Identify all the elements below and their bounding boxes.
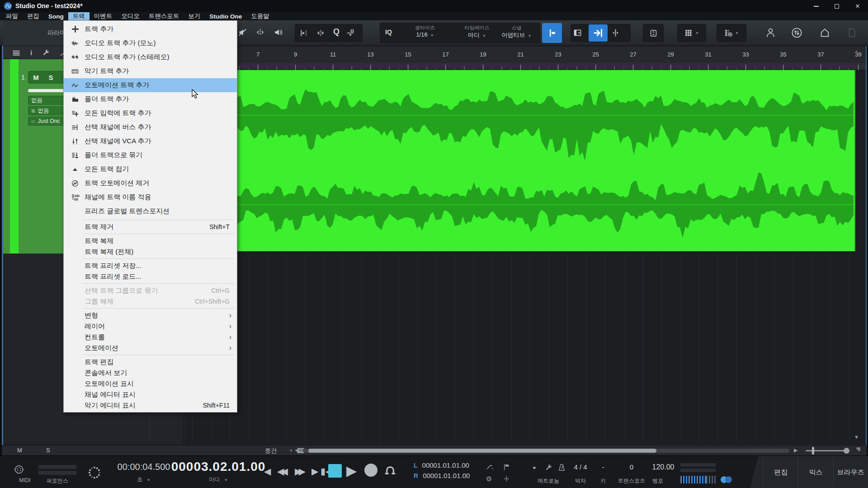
secondary-time-unit[interactable]: 초 ▼ xyxy=(137,476,150,483)
main-time-display[interactable]: 00003.02.01.00 xyxy=(171,460,266,474)
quantize-start-icon[interactable] xyxy=(300,29,308,37)
split-cursor-icon[interactable] xyxy=(611,28,620,37)
horizontal-scrollbar[interactable] xyxy=(303,449,789,453)
add-track-grid-dropdown[interactable]: ▼ xyxy=(717,24,746,42)
grid-view-dropdown[interactable]: ▼ xyxy=(677,24,706,42)
menubar-item-0[interactable]: 파일 xyxy=(1,12,23,20)
menu-item-32[interactable]: 콘솔에서 보기 xyxy=(64,367,237,378)
menu-item-20[interactable]: 트랙 프리셋 저장... xyxy=(64,260,237,271)
menu-item-26[interactable]: 변형› xyxy=(64,310,237,321)
menu-item-18[interactable]: 트랙 복제 (전체) xyxy=(64,246,237,257)
metronome-settings-icon[interactable] xyxy=(545,464,552,471)
time-signature-value[interactable]: 4 / 4 xyxy=(574,463,587,471)
autoscroll-button[interactable] xyxy=(643,24,664,42)
stop-button[interactable] xyxy=(328,464,342,478)
menu-item-8[interactable]: 선택 채널에 VCA 추가 xyxy=(64,134,237,148)
scroll-right-arrow[interactable]: ▶ xyxy=(794,447,797,453)
resize-grip-icon[interactable] xyxy=(854,446,861,453)
sync-icon[interactable] xyxy=(791,27,802,38)
quantize-q-button[interactable]: Q xyxy=(333,27,340,37)
info-icon[interactable]: i xyxy=(30,49,32,56)
timeline-ruler[interactable]: 79111315171921232527293133353739 xyxy=(183,47,866,63)
secondary-time-display[interactable]: 00:00:04.500 xyxy=(118,462,170,472)
menu-item-28[interactable]: 컨트롤› xyxy=(64,332,237,343)
close-button[interactable]: ✕ xyxy=(847,0,868,12)
key-value[interactable]: - xyxy=(602,463,604,471)
tab-edit[interactable]: 편집 xyxy=(763,456,798,488)
follow-arrow-button[interactable] xyxy=(589,24,608,42)
record-button[interactable] xyxy=(364,464,377,477)
snap-toggle-button[interactable] xyxy=(542,23,562,43)
scroll-up-arrow[interactable]: ▲ xyxy=(854,48,859,54)
menu-item-27[interactable]: 레이어› xyxy=(64,321,237,332)
menu-item-3[interactable]: 악기 트랙 추가 xyxy=(64,64,237,78)
menubar-item-1[interactable]: 편집 xyxy=(23,12,44,20)
menu-item-7[interactable]: 선택 채널에 버스 추가 xyxy=(64,120,237,134)
menubar-item-4[interactable]: 이벤트 xyxy=(90,12,117,20)
track-list-menu-icon[interactable] xyxy=(12,49,20,57)
zoom-slider-knob[interactable] xyxy=(844,448,849,454)
tab-browse[interactable]: 브라우즈 xyxy=(833,456,868,488)
marker-range-icon[interactable] xyxy=(503,475,510,483)
mute-button[interactable]: M xyxy=(28,74,43,81)
automation-mode-icon[interactable] xyxy=(486,463,494,471)
panel-collapse-icon[interactable] xyxy=(573,28,582,37)
tab-mix[interactable]: 믹스 xyxy=(798,456,833,488)
menu-item-9[interactable]: 폴더 트랙으로 묶기 xyxy=(64,148,237,162)
marker-start-icon[interactable] xyxy=(503,463,510,471)
menu-item-17[interactable]: 트랙 복제 xyxy=(64,235,237,246)
wrench-icon[interactable] xyxy=(42,49,50,56)
solo-button[interactable]: S xyxy=(43,74,58,81)
audio-clip[interactable] xyxy=(184,70,855,251)
menubar-item-7[interactable]: 보기 xyxy=(184,12,205,20)
menu-item-31[interactable]: 트랙 편집 xyxy=(64,357,237,367)
step-forward-button[interactable]: ▶ xyxy=(311,466,318,477)
zoom-slider-handle[interactable] xyxy=(812,447,814,455)
master-solo-button[interactable]: S xyxy=(46,447,50,454)
audition-split-icon[interactable] xyxy=(256,28,264,37)
menu-item-5[interactable]: 폴더 트랙 추가 xyxy=(64,92,237,106)
menubar-item-6[interactable]: 트랜스포트 xyxy=(144,12,184,20)
menu-item-12[interactable]: ABC채널에 트랙 이름 적용 xyxy=(64,190,237,204)
metronome-icon[interactable] xyxy=(557,463,566,472)
track-height-dropdown[interactable]: 중간 xyxy=(265,447,277,455)
menu-item-15[interactable]: 트랙 제거Shift+T xyxy=(64,221,237,232)
link-circle-icon[interactable] xyxy=(725,476,732,483)
scroll-left-arrow[interactable]: ◀ xyxy=(295,447,298,453)
menubar-item-5[interactable]: 오디오 xyxy=(117,12,144,20)
settings-gear-icon[interactable]: ⚙ xyxy=(486,475,492,483)
user-profile-icon[interactable] xyxy=(765,27,776,38)
loop-end-value[interactable]: 00001.01.01.00 xyxy=(423,472,470,479)
menubar-item-studio-one[interactable]: Studio One xyxy=(205,12,246,20)
tempo-value[interactable]: 120.00 xyxy=(652,463,675,471)
menu-item-11[interactable]: 트랙 오토메이션 제거 xyxy=(64,176,237,190)
transpose-value[interactable]: 0 xyxy=(630,463,633,471)
master-mute-button[interactable]: M xyxy=(17,447,22,454)
menu-item-1[interactable]: 오디오 트랙 추가 (모노) xyxy=(64,36,237,50)
play-button[interactable]: ▶ xyxy=(346,463,357,479)
rewind-button[interactable]: ◀◀ xyxy=(277,466,285,477)
menu-item-2[interactable]: 오디오 트랙 추가 (스테레오) xyxy=(64,50,237,64)
document-icon[interactable] xyxy=(846,27,858,38)
menu-item-6[interactable]: 모든 입력에 트랙 추가 xyxy=(64,106,237,120)
macro-icon[interactable] xyxy=(346,29,354,37)
scroll-down-arrow[interactable]: ▼ xyxy=(854,434,859,440)
arrange-view[interactable]: 79111315171921232527293133353739 ▲ ▼ xyxy=(183,46,866,444)
step-back-button[interactable]: ◀ xyxy=(264,466,271,477)
speaker-icon[interactable] xyxy=(274,28,283,37)
snap-mode-dropdown[interactable]: 스냅 어댑티브▼ xyxy=(495,24,538,39)
main-time-unit[interactable]: 마디 ▼ xyxy=(209,476,227,483)
menu-item-4[interactable]: 오토메이션 트랙 추가 xyxy=(64,78,237,92)
maximize-button[interactable] xyxy=(826,0,847,12)
minimize-button[interactable] xyxy=(806,0,826,12)
home-icon[interactable] xyxy=(819,27,830,38)
fast-forward-button[interactable]: ▶▶ xyxy=(295,466,302,477)
listen-mute-icon[interactable] xyxy=(238,28,247,37)
menubar-item-3[interactable]: 트랙 xyxy=(68,12,90,20)
metronome-dot-icon[interactable]: ● xyxy=(533,464,536,471)
loop-button[interactable] xyxy=(383,464,397,476)
menubar-item-song[interactable]: Song xyxy=(44,12,68,20)
menu-item-10[interactable]: 모든 트랙 접기 xyxy=(64,162,237,176)
menu-item-0[interactable]: 트랙 추가 xyxy=(64,22,237,36)
quantize-range-icon[interactable] xyxy=(316,29,325,37)
